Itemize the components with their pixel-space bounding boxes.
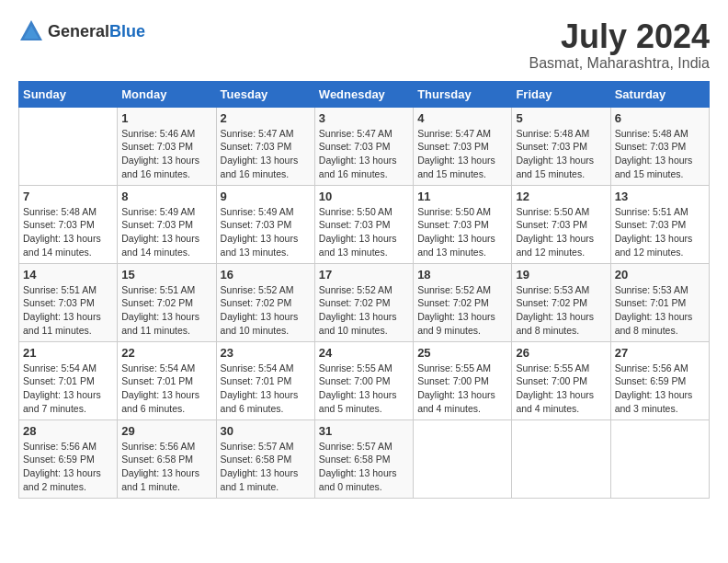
- day-number: 11: [417, 190, 507, 203]
- day-number: 24: [319, 346, 409, 360]
- calendar-table: SundayMondayTuesdayWednesdayThursdayFrid…: [18, 81, 710, 499]
- day-of-week-header: Wednesday: [314, 81, 413, 107]
- calendar-header: SundayMondayTuesdayWednesdayThursdayFrid…: [19, 81, 710, 107]
- calendar-cell: 18Sunrise: 5:52 AM Sunset: 7:02 PM Dayli…: [414, 263, 512, 341]
- cell-content: Sunrise: 5:50 AM Sunset: 7:03 PM Dayligh…: [417, 205, 507, 259]
- logo-icon: [18, 18, 44, 44]
- calendar-cell: 24Sunrise: 5:55 AM Sunset: 7:00 PM Dayli…: [314, 341, 413, 419]
- calendar-cell: 2Sunrise: 5:47 AM Sunset: 7:03 PM Daylig…: [216, 107, 314, 185]
- cell-content: Sunrise: 5:53 AM Sunset: 7:02 PM Dayligh…: [516, 283, 606, 338]
- calendar-cell: 23Sunrise: 5:54 AM Sunset: 7:01 PM Dayli…: [216, 341, 314, 419]
- calendar-cell: 28Sunrise: 5:56 AM Sunset: 6:59 PM Dayli…: [19, 419, 118, 498]
- calendar-cell: 4Sunrise: 5:47 AM Sunset: 7:03 PM Daylig…: [414, 107, 512, 185]
- calendar-cell: 14Sunrise: 5:51 AM Sunset: 7:03 PM Dayli…: [19, 263, 118, 341]
- calendar-week-row: 7Sunrise: 5:48 AM Sunset: 7:03 PM Daylig…: [19, 185, 710, 263]
- calendar-cell: 16Sunrise: 5:52 AM Sunset: 7:02 PM Dayli…: [216, 263, 314, 341]
- day-number: 20: [615, 268, 705, 282]
- title-section: July 2024 Basmat, Maharashtra, India: [529, 18, 710, 72]
- day-number: 14: [23, 268, 113, 282]
- calendar-cell: 26Sunrise: 5:55 AM Sunset: 7:00 PM Dayli…: [512, 341, 610, 419]
- cell-content: Sunrise: 5:51 AM Sunset: 7:02 PM Dayligh…: [121, 283, 211, 338]
- day-of-week-header: Sunday: [19, 81, 118, 107]
- calendar-cell: 31Sunrise: 5:57 AM Sunset: 6:58 PM Dayli…: [314, 419, 413, 498]
- cell-content: Sunrise: 5:50 AM Sunset: 7:03 PM Dayligh…: [516, 205, 606, 259]
- day-number: 12: [516, 190, 606, 203]
- day-number: 31: [319, 424, 409, 438]
- calendar-week-row: 1Sunrise: 5:46 AM Sunset: 7:03 PM Daylig…: [19, 107, 710, 185]
- calendar-cell: [19, 107, 118, 185]
- day-number: 6: [615, 111, 705, 125]
- day-number: 22: [121, 346, 211, 360]
- cell-content: Sunrise: 5:55 AM Sunset: 7:00 PM Dayligh…: [417, 362, 507, 416]
- cell-content: Sunrise: 5:52 AM Sunset: 7:02 PM Dayligh…: [221, 283, 311, 338]
- calendar-cell: 22Sunrise: 5:54 AM Sunset: 7:01 PM Dayli…: [118, 341, 216, 419]
- day-number: 4: [417, 111, 507, 125]
- day-number: 9: [221, 190, 311, 203]
- calendar-cell: 17Sunrise: 5:52 AM Sunset: 7:02 PM Dayli…: [314, 263, 413, 341]
- cell-content: Sunrise: 5:56 AM Sunset: 6:59 PM Dayligh…: [23, 440, 113, 494]
- calendar-cell: 9Sunrise: 5:49 AM Sunset: 7:03 PM Daylig…: [216, 185, 314, 263]
- day-of-week-header: Friday: [512, 81, 610, 107]
- day-number: 7: [23, 190, 113, 203]
- cell-content: Sunrise: 5:56 AM Sunset: 6:59 PM Dayligh…: [615, 362, 705, 416]
- calendar-cell: 10Sunrise: 5:50 AM Sunset: 7:03 PM Dayli…: [314, 185, 413, 263]
- day-number: 25: [417, 346, 507, 360]
- calendar-body: 1Sunrise: 5:46 AM Sunset: 7:03 PM Daylig…: [19, 107, 710, 498]
- day-number: 2: [221, 111, 311, 125]
- day-of-week-header: Saturday: [610, 81, 709, 107]
- cell-content: Sunrise: 5:47 AM Sunset: 7:03 PM Dayligh…: [319, 127, 409, 181]
- calendar-week-row: 14Sunrise: 5:51 AM Sunset: 7:03 PM Dayli…: [19, 263, 710, 341]
- cell-content: Sunrise: 5:48 AM Sunset: 7:03 PM Dayligh…: [23, 205, 113, 259]
- day-number: 19: [516, 268, 606, 282]
- calendar-week-row: 21Sunrise: 5:54 AM Sunset: 7:01 PM Dayli…: [19, 341, 710, 419]
- day-number: 30: [221, 424, 311, 438]
- day-of-week-header: Tuesday: [216, 81, 314, 107]
- cell-content: Sunrise: 5:48 AM Sunset: 7:03 PM Dayligh…: [615, 127, 705, 181]
- cell-content: Sunrise: 5:54 AM Sunset: 7:01 PM Dayligh…: [221, 362, 311, 416]
- calendar-cell: [414, 419, 512, 498]
- day-number: 28: [23, 424, 113, 438]
- calendar-cell: [512, 419, 610, 498]
- cell-content: Sunrise: 5:52 AM Sunset: 7:02 PM Dayligh…: [417, 283, 507, 338]
- page-header: GeneralBlue July 2024 Basmat, Maharashtr…: [18, 18, 710, 72]
- calendar-cell: 30Sunrise: 5:57 AM Sunset: 6:58 PM Dayli…: [216, 419, 314, 498]
- calendar-cell: 12Sunrise: 5:50 AM Sunset: 7:03 PM Dayli…: [512, 185, 610, 263]
- cell-content: Sunrise: 5:47 AM Sunset: 7:03 PM Dayligh…: [221, 127, 311, 181]
- calendar-cell: 29Sunrise: 5:56 AM Sunset: 6:58 PM Dayli…: [118, 419, 216, 498]
- cell-content: Sunrise: 5:55 AM Sunset: 7:00 PM Dayligh…: [319, 362, 409, 416]
- day-number: 21: [23, 346, 113, 360]
- calendar-cell: 1Sunrise: 5:46 AM Sunset: 7:03 PM Daylig…: [118, 107, 216, 185]
- day-number: 23: [221, 346, 311, 360]
- calendar-cell: 19Sunrise: 5:53 AM Sunset: 7:02 PM Dayli…: [512, 263, 610, 341]
- calendar-cell: 21Sunrise: 5:54 AM Sunset: 7:01 PM Dayli…: [19, 341, 118, 419]
- day-number: 26: [516, 346, 606, 360]
- cell-content: Sunrise: 5:56 AM Sunset: 6:58 PM Dayligh…: [121, 440, 211, 494]
- location-subtitle: Basmat, Maharashtra, India: [529, 55, 710, 72]
- calendar-cell: 6Sunrise: 5:48 AM Sunset: 7:03 PM Daylig…: [610, 107, 709, 185]
- cell-content: Sunrise: 5:50 AM Sunset: 7:03 PM Dayligh…: [319, 205, 409, 259]
- day-number: 15: [121, 268, 211, 282]
- day-number: 17: [319, 268, 409, 282]
- day-number: 13: [615, 190, 705, 203]
- days-of-week-row: SundayMondayTuesdayWednesdayThursdayFrid…: [19, 81, 710, 107]
- cell-content: Sunrise: 5:57 AM Sunset: 6:58 PM Dayligh…: [221, 440, 311, 494]
- day-number: 27: [615, 346, 705, 360]
- cell-content: Sunrise: 5:47 AM Sunset: 7:03 PM Dayligh…: [417, 127, 507, 181]
- month-title: July 2024: [529, 18, 710, 55]
- calendar-cell: 20Sunrise: 5:53 AM Sunset: 7:01 PM Dayli…: [610, 263, 709, 341]
- cell-content: Sunrise: 5:55 AM Sunset: 7:00 PM Dayligh…: [516, 362, 606, 416]
- cell-content: Sunrise: 5:49 AM Sunset: 7:03 PM Dayligh…: [121, 205, 211, 259]
- calendar-cell: 27Sunrise: 5:56 AM Sunset: 6:59 PM Dayli…: [610, 341, 709, 419]
- calendar-cell: 13Sunrise: 5:51 AM Sunset: 7:03 PM Dayli…: [610, 185, 709, 263]
- day-number: 3: [319, 111, 409, 125]
- day-number: 18: [417, 268, 507, 282]
- day-number: 1: [121, 111, 211, 125]
- cell-content: Sunrise: 5:52 AM Sunset: 7:02 PM Dayligh…: [319, 283, 409, 338]
- calendar-cell: 11Sunrise: 5:50 AM Sunset: 7:03 PM Dayli…: [414, 185, 512, 263]
- day-number: 8: [121, 190, 211, 203]
- cell-content: Sunrise: 5:54 AM Sunset: 7:01 PM Dayligh…: [23, 362, 113, 416]
- calendar-cell: 3Sunrise: 5:47 AM Sunset: 7:03 PM Daylig…: [314, 107, 413, 185]
- cell-content: Sunrise: 5:48 AM Sunset: 7:03 PM Dayligh…: [516, 127, 606, 181]
- calendar-cell: 25Sunrise: 5:55 AM Sunset: 7:00 PM Dayli…: [414, 341, 512, 419]
- cell-content: Sunrise: 5:54 AM Sunset: 7:01 PM Dayligh…: [121, 362, 211, 416]
